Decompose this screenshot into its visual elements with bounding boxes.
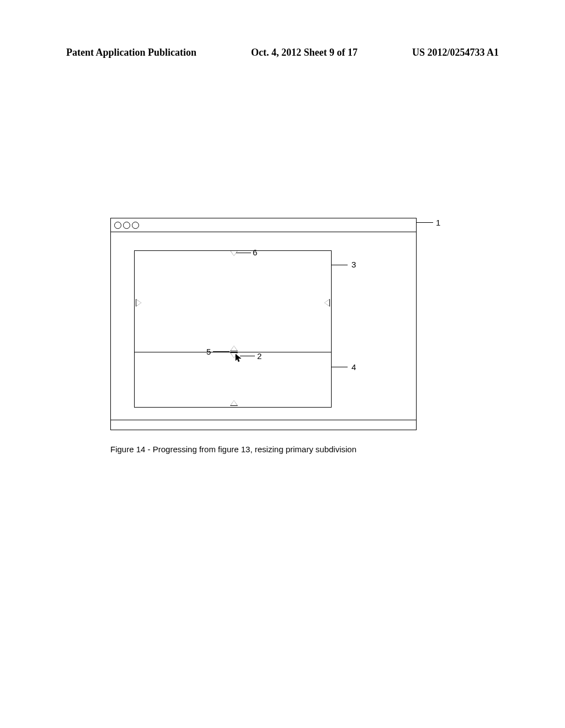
figure-14: 1 3 4 6 5 2	[110, 218, 436, 444]
resize-handle-left-icon	[136, 299, 141, 306]
leader-line	[331, 367, 348, 367]
divider-handle-up-icon	[231, 346, 237, 351]
subdivision-divider	[135, 352, 331, 352]
page-header: Patent Application Publication Oct. 4, 2…	[0, 47, 565, 58]
window-status-bar	[111, 420, 416, 430]
application-window	[110, 218, 417, 430]
cursor-icon	[235, 354, 244, 362]
leader-line	[417, 222, 433, 223]
reference-numeral: 4	[351, 362, 356, 372]
window-title-bar	[111, 218, 416, 232]
reference-numeral: 2	[257, 351, 262, 361]
window-control-icon	[132, 222, 139, 229]
resize-handle-right-icon	[324, 299, 329, 306]
reference-numeral: 6	[253, 248, 257, 257]
window-control-icon	[114, 222, 121, 229]
reference-numeral: 1	[436, 218, 440, 227]
header-publication-label: Patent Application Publication	[66, 47, 196, 58]
leader-line	[331, 265, 348, 265]
window-control-icon	[123, 222, 130, 229]
reference-numeral: 3	[351, 260, 356, 269]
figure-caption: Figure 14 - Progressing from figure 13, …	[110, 445, 356, 454]
header-publication-number: US 2012/0254733 A1	[412, 47, 499, 58]
resize-handle-top-icon	[231, 251, 237, 256]
leader-line	[236, 253, 251, 253]
subdivision-container	[134, 250, 332, 408]
reference-numeral: 5	[206, 347, 211, 356]
resize-handle-bottom-icon	[231, 400, 237, 405]
header-date-sheet: Oct. 4, 2012 Sheet 9 of 17	[251, 47, 358, 58]
leader-line	[213, 351, 230, 352]
leader-line	[240, 356, 255, 356]
